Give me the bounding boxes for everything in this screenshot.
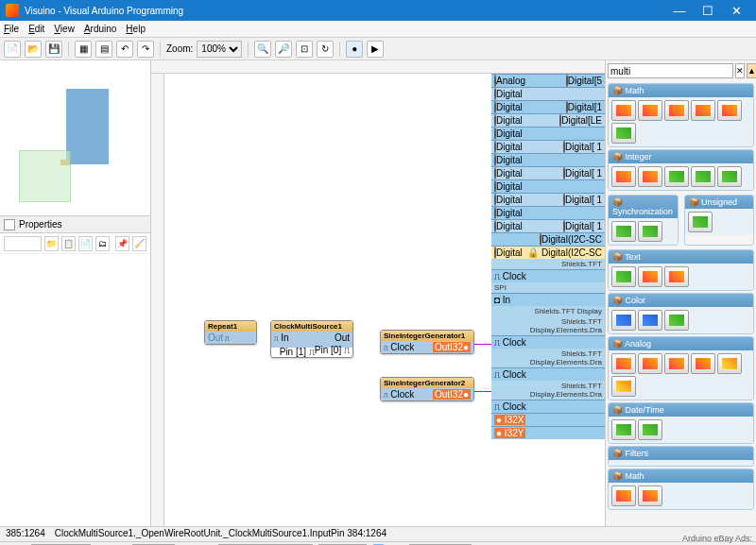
maximize-button[interactable]: ☐ bbox=[694, 4, 722, 18]
palette-item[interactable] bbox=[691, 166, 715, 187]
prop-btn4[interactable]: 🗂 bbox=[95, 236, 110, 251]
palette-item[interactable] bbox=[717, 100, 742, 121]
refresh-button[interactable]: ↻ bbox=[317, 41, 334, 58]
palette-group-integer: 📦 Integer bbox=[608, 149, 754, 191]
palette-item[interactable] bbox=[611, 376, 636, 397]
palette-item[interactable] bbox=[638, 419, 662, 440]
open-button[interactable]: 📂 bbox=[25, 41, 42, 58]
palette-item[interactable] bbox=[691, 353, 715, 374]
prop-pin-button[interactable]: 📌 bbox=[115, 236, 129, 251]
palette-item[interactable] bbox=[611, 100, 636, 121]
ruler-vertical bbox=[151, 60, 164, 526]
minimize-button[interactable]: — bbox=[665, 4, 694, 18]
menu-view[interactable]: View bbox=[54, 24, 75, 34]
palette-group-date/time: 📦 Date/Time bbox=[608, 402, 754, 444]
arduino-board[interactable]: Analog Digital[5 Digital Digital Digital… bbox=[491, 74, 605, 439]
prop-btn1[interactable]: 📁 bbox=[44, 236, 59, 251]
zoomout-button[interactable]: 🔎 bbox=[275, 41, 292, 58]
prop-search-input[interactable] bbox=[4, 236, 42, 251]
prop-btn2[interactable]: 📋 bbox=[61, 236, 76, 251]
palette-group-color: 📦 Color bbox=[608, 293, 754, 334]
palette-item[interactable] bbox=[664, 353, 689, 374]
palette-f1-button[interactable]: ▲ bbox=[747, 63, 756, 78]
palette-search-input[interactable] bbox=[608, 63, 733, 78]
palette-item[interactable] bbox=[638, 266, 662, 287]
ads-label: Arduino eBay Ads: bbox=[682, 534, 752, 543]
palette-item[interactable] bbox=[664, 166, 689, 187]
titlebar: Visuino - Visual Arduino Programming — ☐… bbox=[0, 0, 756, 21]
properties-icon bbox=[4, 219, 15, 230]
node-sine1[interactable]: SineIntegerGenerator1 ⎍ Clock OutI32● bbox=[380, 330, 474, 354]
palette-group-synchronization: 📦 Synchronization bbox=[608, 195, 679, 246]
toolbar: 📄 📂 💾 ▦ ▤ ↶ ↷ Zoom: 100% 🔍 🔎 ⊡ ↻ ● ▶ bbox=[0, 38, 756, 60]
redo-button[interactable]: ↷ bbox=[137, 41, 154, 58]
app-icon bbox=[6, 4, 19, 17]
palette-item[interactable] bbox=[611, 353, 636, 374]
status-coords: 385:1264 bbox=[6, 528, 45, 540]
window-title: Visuino - Visual Arduino Programming bbox=[25, 6, 183, 16]
menu-file[interactable]: File bbox=[4, 24, 19, 34]
menubar: File Edit View Arduino Help bbox=[0, 21, 756, 38]
properties-toolbar: 📁 📋 📄 🗂 📌 🧹 bbox=[0, 233, 150, 254]
menu-help[interactable]: Help bbox=[126, 24, 146, 34]
palette-item[interactable] bbox=[638, 353, 662, 374]
palette-item[interactable] bbox=[638, 221, 662, 242]
palette-item[interactable] bbox=[638, 166, 662, 187]
palette-item[interactable] bbox=[691, 100, 715, 121]
zoomin-button[interactable]: 🔍 bbox=[254, 41, 271, 58]
palette-item[interactable] bbox=[638, 100, 662, 121]
prop-btn3[interactable]: 📄 bbox=[78, 236, 93, 251]
zoomfit-button[interactable]: ⊡ bbox=[296, 41, 313, 58]
palette-item[interactable] bbox=[611, 166, 636, 187]
palette-group-math: 📦 Math bbox=[608, 83, 754, 147]
zoom-select[interactable]: 100% bbox=[197, 41, 242, 58]
properties-title: Properties bbox=[19, 219, 62, 230]
node-sine2[interactable]: SineIntegerGenerator2 ⎍ Clock OutI32● bbox=[380, 377, 474, 401]
palette-item[interactable] bbox=[611, 221, 636, 242]
overview-panel[interactable] bbox=[0, 60, 150, 216]
new-button[interactable]: 📄 bbox=[4, 41, 21, 58]
palette-item[interactable] bbox=[688, 212, 713, 232]
zoom-label: Zoom: bbox=[166, 43, 193, 54]
properties-header: Properties bbox=[0, 216, 150, 233]
palette-item[interactable] bbox=[664, 266, 689, 287]
palette-panel: ✕ ▲ ● ◆ ▼ 📦 Math📦 Integer📦 Synchronizati… bbox=[605, 60, 756, 526]
canvas[interactable]: Repeat1 Out ⎍ ClockMultiSource1 ⎍ In Out… bbox=[151, 60, 605, 526]
status-path: ClockMultiSource1._OpenWireRootUnit._Clo… bbox=[55, 528, 387, 540]
save-button[interactable]: 💾 bbox=[45, 41, 62, 58]
bottombar: Port: COM5 (L Speed: 9600 Format: Unform… bbox=[0, 541, 756, 545]
palette-item[interactable] bbox=[611, 266, 636, 287]
statusbar: 385:1264 ClockMultiSource1._OpenWireRoot… bbox=[0, 526, 756, 541]
palette-group-text: 📦 Text bbox=[608, 249, 754, 291]
node-repeat[interactable]: Repeat1 Out ⎍ bbox=[204, 320, 257, 345]
undo-button[interactable]: ↶ bbox=[116, 41, 133, 58]
palette-item[interactable] bbox=[611, 123, 636, 144]
palette-group-analog: 📦 Analog bbox=[608, 336, 754, 400]
prop-clear-button[interactable]: 🧹 bbox=[132, 236, 146, 251]
menu-edit[interactable]: Edit bbox=[28, 24, 44, 34]
palette-item[interactable] bbox=[611, 310, 636, 331]
node-clockmulti[interactable]: ClockMultiSource1 ⎍ In Out Pin [0] ⎍ Pin… bbox=[270, 320, 353, 358]
grid-button[interactable]: ▦ bbox=[75, 41, 92, 58]
menu-arduino[interactable]: Arduino bbox=[84, 24, 116, 34]
palette-item[interactable] bbox=[717, 353, 742, 374]
palette-item[interactable] bbox=[611, 485, 636, 506]
palette-clear-button[interactable]: ✕ bbox=[735, 63, 745, 78]
palette-item[interactable] bbox=[664, 100, 689, 121]
palette-item[interactable] bbox=[611, 419, 636, 440]
ruler-horizontal bbox=[151, 60, 605, 74]
palette-item[interactable] bbox=[717, 166, 742, 187]
palette-item[interactable] bbox=[664, 310, 689, 331]
grid2-button[interactable]: ▤ bbox=[95, 41, 112, 58]
run-button[interactable]: ● bbox=[346, 41, 363, 58]
palette-group-math: 📦 Math bbox=[608, 468, 754, 510]
palette-item[interactable] bbox=[638, 485, 662, 506]
palette-group-unsigned: 📦 Unsigned bbox=[684, 195, 755, 246]
close-button[interactable]: ✕ bbox=[722, 4, 750, 18]
palette-item[interactable] bbox=[638, 310, 662, 331]
palette-group-filters: 📦 Filters bbox=[608, 446, 754, 467]
upload-button[interactable]: ▶ bbox=[367, 41, 384, 58]
